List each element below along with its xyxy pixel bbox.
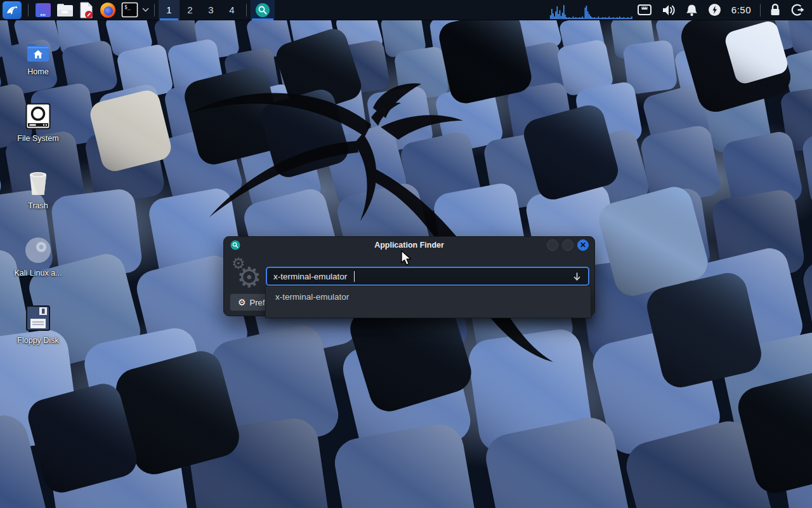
svg-text:$_: $_ bbox=[124, 4, 131, 10]
file-manager-launcher[interactable] bbox=[54, 0, 75, 20]
text-editor-launcher[interactable] bbox=[75, 0, 97, 20]
clock[interactable]: 6:50 bbox=[726, 4, 756, 15]
active-workspace-underline bbox=[160, 18, 178, 20]
panel-separator bbox=[154, 4, 155, 17]
desktop-icon-kali-linux[interactable]: Kali Linux a... bbox=[8, 236, 69, 277]
search-results-dropdown: x-terminal-emulator bbox=[265, 286, 591, 318]
workspace-3-label: 3 bbox=[208, 4, 213, 15]
workspace-3-button[interactable]: 3 bbox=[200, 0, 221, 20]
terminal-app-icon bbox=[34, 2, 52, 18]
network-monitor-graph[interactable] bbox=[550, 0, 632, 20]
maximize-button[interactable] bbox=[562, 239, 573, 251]
workspace-4-button[interactable]: 4 bbox=[221, 0, 242, 20]
window-title: Application Finder bbox=[224, 241, 594, 250]
firefox-icon bbox=[99, 1, 117, 19]
power-lightning-icon bbox=[708, 3, 721, 17]
firefox-launcher[interactable] bbox=[97, 0, 119, 20]
kali-linux-faded-icon bbox=[24, 236, 52, 264]
application-finder-panel-button[interactable] bbox=[251, 0, 275, 20]
desktop-label: File System bbox=[17, 134, 58, 143]
terminal-glyph-icon: $_ bbox=[121, 2, 138, 18]
volume-icon bbox=[662, 4, 676, 17]
floppy-disk-icon bbox=[25, 305, 51, 331]
search-icon bbox=[255, 3, 270, 18]
notifications-applet-button[interactable] bbox=[681, 0, 703, 20]
lock-icon bbox=[769, 3, 781, 17]
entry-dropdown-button[interactable] bbox=[572, 272, 582, 281]
desktop-icon-file-system[interactable]: File System bbox=[8, 102, 69, 143]
result-item[interactable]: x-terminal-emulator bbox=[266, 286, 591, 307]
gear-icon: ⚙ bbox=[238, 297, 246, 307]
panel-separator bbox=[246, 4, 247, 17]
workspace-1-button[interactable]: 1 bbox=[159, 0, 180, 20]
desktop-label: Kali Linux a... bbox=[14, 269, 62, 277]
mouse-cursor bbox=[401, 250, 415, 267]
desktop-label: Trash bbox=[28, 201, 48, 210]
terminal-app-launcher[interactable] bbox=[32, 0, 54, 20]
volume-applet-button[interactable] bbox=[657, 0, 681, 20]
chevron-down-icon bbox=[142, 8, 149, 12]
power-manager-applet-button[interactable] bbox=[703, 0, 726, 20]
minimize-button[interactable] bbox=[547, 239, 558, 251]
logout-button[interactable] bbox=[786, 0, 812, 20]
close-button[interactable]: ✕ bbox=[577, 239, 589, 251]
workspace-1-label: 1 bbox=[166, 4, 171, 15]
x-terminal-emulator-launcher[interactable]: $_ bbox=[119, 0, 140, 20]
desktop-icon-home[interactable]: Home bbox=[8, 35, 69, 76]
text-caret bbox=[354, 271, 355, 282]
file-manager-icon bbox=[56, 3, 74, 18]
system-tray: 6:50 bbox=[550, 0, 812, 20]
workspace-2-button[interactable]: 2 bbox=[180, 0, 200, 20]
file-system-drive-icon bbox=[25, 103, 51, 130]
top-panel: $_ 1 2 3 4 bbox=[0, 0, 812, 20]
trash-icon bbox=[25, 170, 51, 197]
desktop-icon-trash[interactable]: Trash bbox=[8, 169, 69, 210]
close-icon: ✕ bbox=[580, 241, 586, 249]
bell-icon bbox=[686, 4, 698, 17]
run-gears-icon: ⚙⚙ bbox=[228, 255, 265, 294]
desktop-label: Floppy Disk bbox=[17, 336, 58, 345]
active-underline bbox=[252, 18, 273, 20]
appfinder-window-icon bbox=[230, 240, 240, 250]
applications-menu-button[interactable] bbox=[0, 0, 24, 20]
search-input[interactable]: x-terminal-emulator bbox=[266, 267, 589, 286]
lock-screen-button[interactable] bbox=[764, 0, 786, 20]
home-folder-icon bbox=[26, 43, 50, 63]
logout-icon bbox=[791, 3, 804, 17]
network-wired-icon bbox=[638, 4, 652, 15]
arrow-down-icon bbox=[572, 272, 582, 281]
desktop-label: Home bbox=[27, 67, 48, 76]
kali-logo-icon bbox=[3, 1, 22, 19]
text-editor-icon bbox=[78, 1, 95, 19]
workspace-4-label: 4 bbox=[229, 4, 234, 15]
application-finder-window: Application Finder ✕ ⚙⚙ x-terminal-emula… bbox=[223, 236, 595, 316]
network-applet-button[interactable] bbox=[632, 0, 657, 20]
workspace-2-label: 2 bbox=[187, 4, 192, 15]
search-input-value: x-terminal-emulator bbox=[273, 272, 347, 281]
desktop-icon-floppy-disk[interactable]: Floppy Disk bbox=[8, 304, 69, 345]
panel-separator bbox=[28, 4, 29, 17]
launcher-dropdown-button[interactable] bbox=[140, 0, 150, 20]
panel-separator bbox=[760, 4, 761, 17]
